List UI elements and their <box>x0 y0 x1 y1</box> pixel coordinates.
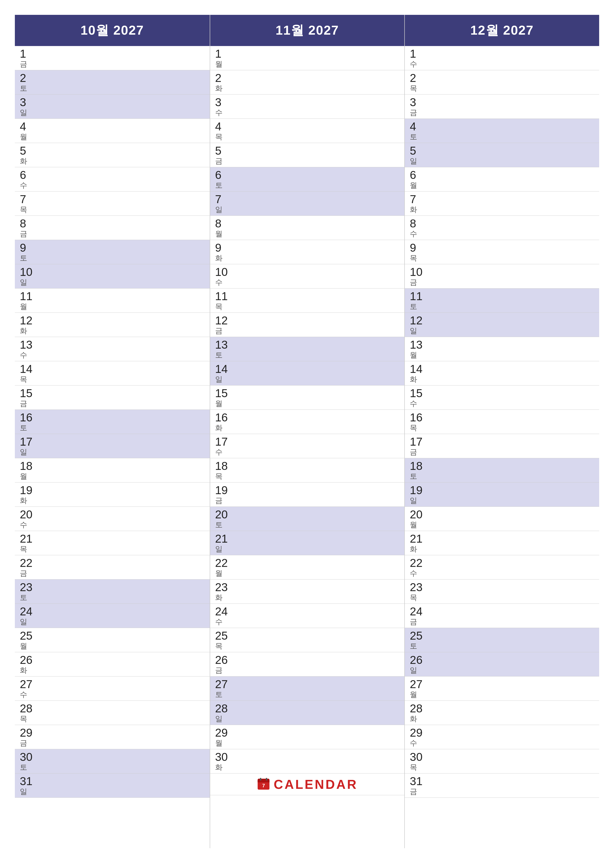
day-row: 27월 <box>405 676 599 701</box>
day-name: 일 <box>20 787 33 795</box>
day-info: 29수 <box>410 727 422 747</box>
day-row: 22금 <box>15 555 210 580</box>
day-row: 8수 <box>405 216 599 240</box>
day-row: 20월 <box>405 507 599 531</box>
day-name: 월 <box>410 521 422 529</box>
day-number: 19 <box>20 485 33 496</box>
day-info: 21목 <box>20 533 33 553</box>
day-info: 9토 <box>20 242 27 262</box>
day-row: 25토 <box>405 628 599 652</box>
day-info: 26화 <box>20 654 33 674</box>
day-name: 화 <box>215 84 222 92</box>
day-row: 31일 <box>15 773 210 798</box>
svg-rect-3 <box>260 778 261 781</box>
day-name: 목 <box>410 594 422 601</box>
day-info: 28목 <box>20 703 33 723</box>
day-info: 24일 <box>20 606 33 626</box>
day-row: 24일 <box>15 604 210 628</box>
day-info: 4목 <box>215 121 222 141</box>
day-name: 화 <box>20 327 33 335</box>
day-number: 21 <box>410 533 422 544</box>
month-column-dec: 12월 20271수2목3금4토5일6월7화8수9목10금11토12일13월14… <box>404 15 599 848</box>
svg-text:7: 7 <box>262 783 265 788</box>
day-number: 1 <box>20 48 27 59</box>
day-row: 26일 <box>405 652 599 676</box>
day-name: 화 <box>20 666 33 674</box>
day-name: 월 <box>20 133 27 141</box>
day-name: 토 <box>215 351 228 359</box>
day-row: 22월 <box>210 555 404 580</box>
day-row: 12일 <box>405 313 599 337</box>
day-row: 1수 <box>405 46 599 70</box>
day-name: 수 <box>410 739 422 747</box>
day-number: 17 <box>410 436 422 447</box>
day-name: 금 <box>410 278 422 286</box>
day-name: 월 <box>20 302 33 310</box>
day-info: 3수 <box>215 96 222 116</box>
day-info: 12금 <box>215 315 228 335</box>
day-name: 금 <box>20 60 27 68</box>
day-row: 6토 <box>210 167 404 192</box>
day-number: 23 <box>410 581 422 593</box>
day-info: 24금 <box>410 606 422 626</box>
day-name: 금 <box>410 618 422 626</box>
day-name: 화 <box>215 424 228 432</box>
day-number: 19 <box>410 485 422 496</box>
day-name: 목 <box>20 375 33 383</box>
day-name: 월 <box>20 642 33 650</box>
day-number: 2 <box>215 72 222 84</box>
day-number: 7 <box>20 194 27 205</box>
day-info: 13토 <box>215 339 228 359</box>
day-info: 5일 <box>410 145 417 165</box>
month-header-nov: 11월 2027 <box>210 15 404 46</box>
day-row: 3수 <box>210 95 404 119</box>
days-list-oct: 1금2토3일4월5화6수7목8금9토10일11월12화13수14목15금16토1… <box>15 46 210 848</box>
day-info: 21일 <box>215 533 228 553</box>
day-info: 23목 <box>410 581 422 601</box>
day-info: 12화 <box>20 315 33 335</box>
day-row: 16목 <box>405 410 599 434</box>
day-info: 7화 <box>410 194 417 214</box>
day-number: 4 <box>410 121 417 132</box>
day-name: 월 <box>215 739 228 747</box>
day-info: 22월 <box>215 557 228 577</box>
day-number: 10 <box>410 266 422 277</box>
day-name: 일 <box>20 448 33 456</box>
day-row: 13토 <box>210 337 404 361</box>
day-info: 15금 <box>20 388 33 408</box>
day-name: 화 <box>215 254 222 262</box>
day-name: 토 <box>215 690 228 699</box>
day-name: 수 <box>410 569 422 577</box>
day-info: 30목 <box>410 751 422 771</box>
day-number: 5 <box>410 145 417 157</box>
day-info: 9목 <box>410 242 417 262</box>
day-info: 5화 <box>20 145 27 165</box>
day-number: 3 <box>20 96 27 108</box>
day-name: 목 <box>20 545 33 553</box>
day-info: 4토 <box>410 121 417 141</box>
day-info: 29월 <box>215 727 228 747</box>
day-number: 20 <box>20 509 33 520</box>
day-row: 6수 <box>15 167 210 192</box>
day-number: 6 <box>20 169 27 181</box>
day-number: 18 <box>410 460 422 471</box>
day-row: 15수 <box>405 386 599 410</box>
day-name: 금 <box>410 108 417 116</box>
day-info: 28일 <box>215 703 228 723</box>
day-name: 월 <box>410 351 422 359</box>
day-info: 31금 <box>410 775 422 795</box>
day-name: 목 <box>410 84 417 92</box>
day-row: 2토 <box>15 70 210 95</box>
day-name: 금 <box>20 569 33 577</box>
day-number: 27 <box>20 679 33 690</box>
month-header-dec: 12월 2027 <box>405 15 599 46</box>
day-row: 10금 <box>405 264 599 288</box>
day-number: 15 <box>20 388 33 399</box>
day-row: 14일 <box>210 361 404 386</box>
day-row: 4목 <box>210 119 404 143</box>
day-name: 목 <box>215 133 222 141</box>
day-name: 월 <box>215 229 222 238</box>
day-number: 10 <box>215 266 228 277</box>
day-row: 16화 <box>210 410 404 434</box>
day-name: 목 <box>410 254 417 262</box>
